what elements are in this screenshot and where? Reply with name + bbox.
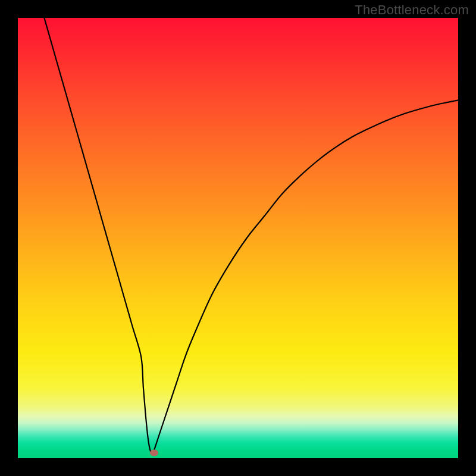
bottleneck-curve	[18, 18, 458, 458]
optimum-marker	[150, 450, 158, 456]
attribution-text: TheBottleneck.com	[355, 2, 469, 18]
chart-frame: TheBottleneck.com	[0, 0, 476, 476]
plot-area	[18, 18, 458, 458]
